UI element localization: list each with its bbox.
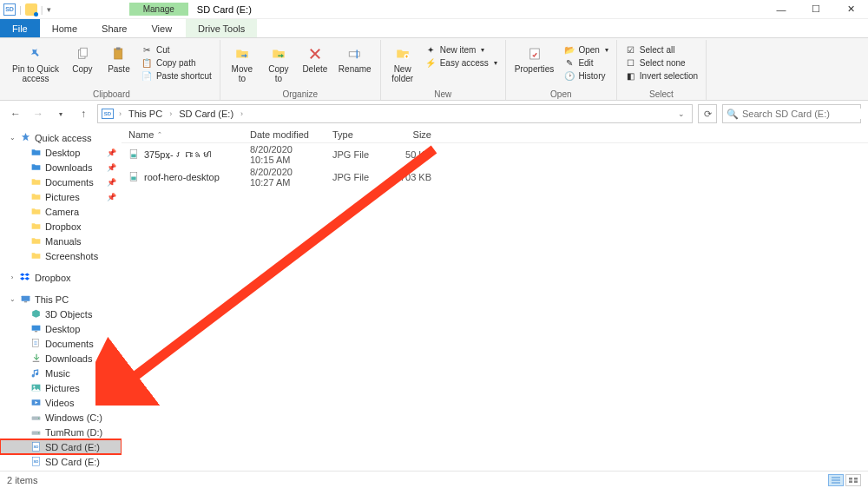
address-bar[interactable]: SD › This PC › SD Card (E:) › ⌄ <box>97 104 693 123</box>
sd-card-icon: SD <box>3 3 16 16</box>
tab-drive-tools[interactable]: Drive Tools <box>186 19 257 37</box>
select-none-icon: ☐ <box>625 57 636 69</box>
copy-to-icon <box>270 45 287 63</box>
tree-item-documents[interactable]: Documents📌 <box>0 175 122 189</box>
pin-to-quick-access-button[interactable]: Pin to Quick access <box>9 43 62 85</box>
new-item-button[interactable]: ✦New item▾ <box>423 43 500 56</box>
address-dropdown-icon[interactable]: ⌄ <box>674 109 688 118</box>
easy-access-button[interactable]: ⚡Easy access▾ <box>423 56 500 69</box>
tab-share[interactable]: Share <box>89 19 139 37</box>
svg-text:SD: SD <box>33 459 38 464</box>
column-date[interactable]: Date modified <box>243 129 326 140</box>
tree-quick-access[interactable]: ⌄ Quick access <box>0 130 122 145</box>
tree-item-dropbox[interactable]: Dropbox <box>0 219 122 234</box>
edit-button[interactable]: ✎Edit <box>561 56 610 69</box>
select-none-button[interactable]: ☐Select none <box>622 56 700 69</box>
cut-icon: ✂ <box>141 44 153 56</box>
search-box[interactable]: 🔍 <box>722 104 861 123</box>
new-folder-button[interactable]: New folder <box>386 43 419 85</box>
column-type[interactable]: Type <box>326 129 391 140</box>
address-sd-icon: SD <box>102 109 114 119</box>
tree-item-desktop[interactable]: Desktop📌 <box>0 145 122 160</box>
move-to-button[interactable]: Move to <box>226 43 259 85</box>
breadcrumb-this-pc[interactable]: This PC <box>127 109 164 119</box>
qat-dropdown-icon[interactable]: ▾ <box>47 5 51 14</box>
copy-to-button[interactable]: Copy to <box>262 43 295 85</box>
svg-rect-33 <box>854 480 858 483</box>
svg-rect-9 <box>23 301 26 302</box>
tree-dropbox[interactable]: › Dropbox <box>0 270 122 285</box>
tree-label: Screenshots <box>45 251 98 261</box>
copy-path-button[interactable]: 📋Copy path <box>139 56 214 69</box>
expand-icon[interactable]: ⌄ <box>9 134 16 142</box>
invert-selection-button[interactable]: ◧Invert selection <box>622 69 700 82</box>
delete-button[interactable]: Delete <box>299 43 332 76</box>
cut-label: Cut <box>156 45 170 55</box>
new-folder-label: New folder <box>391 64 413 83</box>
navigation-tree[interactable]: ⌄ Quick access Desktop📌Downloads📌Documen… <box>0 127 122 471</box>
col-label: Name <box>128 129 154 140</box>
breadcrumb-sd-card[interactable]: SD Card (E:) <box>177 109 235 119</box>
tree-item-tumrum-d-[interactable]: TumRum (D:) <box>0 425 122 439</box>
forward-button[interactable]: → <box>30 105 47 122</box>
tree-this-pc[interactable]: ⌄ This PC <box>0 292 122 307</box>
file-row[interactable]: 375px-ព្រះឧមា8/20/2020 10:15 AMJPG File5… <box>122 143 868 166</box>
svg-rect-3 <box>116 48 121 50</box>
tree-item-pictures[interactable]: Pictures <box>0 380 122 395</box>
expand-icon[interactable]: ⌄ <box>9 295 16 303</box>
new-folder-qat-icon[interactable] <box>25 3 37 16</box>
tree-item-sd-card-e-[interactable]: SDSD Card (E:) <box>0 454 122 469</box>
column-headers: Name⌃ Date modified Type Size <box>122 127 868 143</box>
copy-to-label: Copy to <box>268 64 288 83</box>
history-button[interactable]: 🕑History <box>561 69 610 82</box>
tab-file[interactable]: File <box>0 19 40 37</box>
up-button[interactable]: ↑ <box>75 105 92 122</box>
tree-label: Pictures <box>45 192 80 202</box>
tree-item-downloads[interactable]: Downloads <box>0 351 122 366</box>
tree-label: Downloads <box>45 353 92 364</box>
rename-button[interactable]: Rename <box>335 43 375 76</box>
history-label: History <box>578 71 605 81</box>
paste-shortcut-button[interactable]: 📄Paste shortcut <box>139 69 214 82</box>
tree-label: SD Card (E:) <box>45 442 100 452</box>
file-row[interactable]: roof-hero-desktop8/20/2020 10:27 AMJPG F… <box>122 166 868 188</box>
pin-icon: 📌 <box>107 163 116 172</box>
tree-item-music[interactable]: Music <box>0 366 122 380</box>
tree-item-desktop[interactable]: Desktop <box>0 321 122 336</box>
tree-label: Downloads <box>45 162 92 173</box>
maximize-button[interactable]: ☐ <box>799 0 833 19</box>
search-input[interactable] <box>742 109 862 119</box>
column-size[interactable]: Size <box>391 129 438 140</box>
tree-item-windows-c-[interactable]: Windows (C:) <box>0 410 122 425</box>
column-name[interactable]: Name⌃ <box>122 129 243 140</box>
tree-item-videos[interactable]: Videos <box>0 395 122 410</box>
tree-item-pictures[interactable]: Pictures📌 <box>0 189 122 204</box>
properties-button[interactable]: Properties <box>511 43 558 76</box>
close-button[interactable]: ✕ <box>833 0 868 19</box>
tree-item-3d-objects[interactable]: 3D Objects <box>0 307 122 321</box>
tree-item-manuals[interactable]: Manuals <box>0 234 122 248</box>
tree-item-sd-card-e-[interactable]: SDSD Card (E:) <box>0 439 122 454</box>
expand-icon[interactable]: › <box>9 274 16 281</box>
tree-item-documents[interactable]: Documents <box>0 336 122 351</box>
tab-view[interactable]: View <box>139 19 184 37</box>
details-view-button[interactable] <box>828 474 844 486</box>
thumbnails-view-button[interactable] <box>845 474 861 486</box>
tree-item-screenshots[interactable]: Screenshots <box>0 248 122 263</box>
select-all-button[interactable]: ☑Select all <box>622 43 700 56</box>
cut-button[interactable]: ✂Cut <box>139 43 214 56</box>
svg-rect-29 <box>131 177 135 181</box>
tree-item-downloads[interactable]: Downloads📌 <box>0 160 122 175</box>
tree-item-camera[interactable]: Camera <box>0 204 122 219</box>
minimize-button[interactable]: — <box>764 0 799 19</box>
refresh-button[interactable]: ⟳ <box>698 104 717 123</box>
copy-button[interactable]: Copy <box>66 43 99 76</box>
back-button[interactable]: ← <box>7 105 24 122</box>
tree-label: SD Card (E:) <box>45 457 100 467</box>
paste-button[interactable]: Paste <box>102 43 135 76</box>
group-label-organize: Organize <box>282 88 318 100</box>
tab-home[interactable]: Home <box>40 19 89 37</box>
open-button[interactable]: 📂Open▾ <box>561 43 610 56</box>
recent-locations-button[interactable]: ▾ <box>52 105 69 122</box>
file-list[interactable]: Name⌃ Date modified Type Size 375px-ព្រះ… <box>122 127 868 471</box>
